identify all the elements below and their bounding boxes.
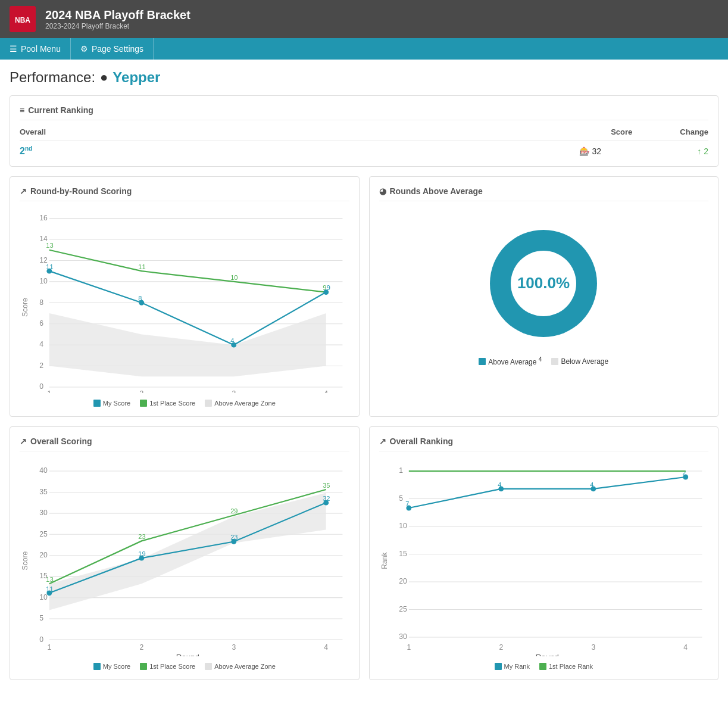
- above-avg-dot: [205, 400, 212, 407]
- overall-scoring-title: ↗ Overall Scoring: [20, 437, 349, 451]
- svg-text:1: 1: [47, 643, 51, 651]
- above-avg-label: Above Average 4: [488, 356, 542, 366]
- overall-ranking-svg: 1 5 10 15 20 25 30 Rank: [379, 459, 709, 656]
- svg-text:30: 30: [399, 633, 407, 641]
- svg-text:2: 2: [139, 643, 143, 651]
- my-rank-dot: [495, 663, 502, 670]
- bottom-charts-row: ↗ Overall Scoring 40 35 30 25 20 15 10 5…: [10, 426, 718, 680]
- ranking-table: Overall Score Change 2nd 🎰 32 ↑ 2: [20, 127, 708, 157]
- donut-legend: Above Average 4 Below Average: [479, 356, 608, 366]
- main-content: Performance: ● Yepper ≡ Current Ranking …: [0, 60, 728, 717]
- overall-ranking-chart: 1 5 10 15 20 25 30 Rank: [379, 459, 709, 658]
- change-arrow-icon: ↑: [697, 146, 701, 156]
- svg-text:2: 2: [499, 643, 503, 651]
- user-icon: ●: [100, 70, 108, 85]
- page-title: Performance: ● Yepper: [10, 69, 718, 86]
- legend-my-score-2: My Score: [93, 663, 130, 670]
- first-place-dot: [140, 400, 147, 407]
- svg-text:Round: Round: [535, 653, 558, 656]
- page-settings-button[interactable]: ⚙ Page Settings: [71, 38, 154, 60]
- svg-text:9: 9: [327, 285, 330, 292]
- legend-above-avg: Above Average Zone: [205, 400, 276, 407]
- username: Yepper: [113, 69, 160, 86]
- svg-text:3: 3: [232, 390, 236, 393]
- svg-text:29: 29: [230, 507, 238, 515]
- above-avg-dot-2: [205, 663, 212, 670]
- svg-text:4: 4: [498, 481, 501, 488]
- round-scoring-chart: 16 14 12 10 8 6 4 2 0 Score: [20, 208, 349, 395]
- overall-scoring-legend: My Score 1st Place Score Above Average Z…: [20, 663, 349, 670]
- svg-text:11: 11: [138, 263, 145, 270]
- ranking-row: 2nd 🎰 32 ↑ 2: [20, 145, 708, 157]
- svg-text:8: 8: [39, 298, 43, 307]
- svg-marker-23: [49, 313, 326, 376]
- svg-text:23: 23: [138, 533, 145, 540]
- my-score-dot: [93, 400, 101, 407]
- svg-text:20: 20: [399, 578, 407, 586]
- svg-text:25: 25: [399, 605, 407, 613]
- legend-my-rank: My Rank: [495, 663, 530, 670]
- app-subtitle: 2023-2024 Playoff Bracket: [45, 22, 190, 30]
- donut-container: 100.0% Above Average 4 Below Average: [379, 208, 709, 376]
- performance-label: Performance:: [10, 69, 95, 86]
- col-change: Change: [680, 127, 708, 136]
- ranking-icon: ≡: [20, 105, 24, 115]
- svg-text:Round: Round: [176, 653, 199, 656]
- svg-text:1: 1: [47, 390, 51, 393]
- overall-scoring-svg: 40 35 30 25 20 15 10 5 0 Score: [20, 459, 349, 656]
- svg-text:0: 0: [39, 635, 43, 644]
- svg-text:4: 4: [590, 481, 593, 488]
- legend-first-place-2: 1st Place Score: [140, 663, 195, 670]
- chart-icon: ↗: [20, 186, 27, 196]
- svg-text:4: 4: [39, 341, 43, 349]
- svg-text:Score: Score: [21, 298, 29, 317]
- svg-text:20: 20: [39, 551, 48, 559]
- svg-text:3: 3: [591, 643, 595, 651]
- page-settings-label: Page Settings: [92, 44, 143, 54]
- overall-scoring-card: ↗ Overall Scoring 40 35 30 25 20 15 10 5…: [10, 426, 360, 680]
- svg-text:6: 6: [39, 319, 43, 328]
- legend-first-place: 1st Place Score: [140, 400, 195, 407]
- current-ranking-card: ≡ Current Ranking Overall Score Change 2…: [10, 95, 718, 167]
- top-charts-row: ↗ Round-by-Round Scoring 16 14 12 10 8 6…: [10, 176, 718, 417]
- svg-text:19: 19: [138, 550, 145, 557]
- change-value: ↑ 2: [649, 146, 708, 156]
- svg-text:1: 1: [399, 467, 403, 475]
- svg-text:11: 11: [46, 263, 53, 270]
- svg-text:4: 4: [324, 390, 328, 393]
- svg-text:35: 35: [39, 488, 48, 496]
- donut-svg: 100.0%: [478, 218, 609, 349]
- svg-text:35: 35: [323, 482, 330, 489]
- app-title: 2024 NBA Playoff Bracket: [45, 8, 190, 22]
- overall-ranking-card: ↗ Overall Ranking 1 5 10 15 20 25 30 Ran…: [369, 426, 719, 680]
- svg-text:3: 3: [232, 643, 236, 651]
- svg-text:NBA: NBA: [15, 16, 30, 24]
- svg-text:10: 10: [39, 278, 48, 286]
- svg-text:30: 30: [39, 509, 48, 517]
- round-scoring-legend: My Score 1st Place Score Above Average Z…: [20, 400, 349, 407]
- svg-text:40: 40: [39, 467, 48, 475]
- gear-icon: ⚙: [80, 44, 88, 54]
- svg-text:23: 23: [230, 534, 238, 541]
- round-scoring-svg: 16 14 12 10 8 6 4 2 0 Score: [20, 208, 349, 393]
- legend-above-average: Above Average 4: [479, 356, 542, 366]
- svg-text:25: 25: [39, 530, 48, 538]
- overall-scoring-icon: ↗: [20, 437, 27, 446]
- svg-text:11: 11: [46, 585, 53, 593]
- legend-my-score: My Score: [93, 400, 130, 407]
- current-ranking-title: ≡ Current Ranking: [20, 105, 708, 120]
- pool-menu-button[interactable]: ☰ Pool Menu: [0, 38, 71, 60]
- app-header: NBA 2024 NBA Playoff Bracket 2023-2024 P…: [0, 0, 728, 38]
- ranking-chart-icon: ↗: [379, 437, 386, 446]
- svg-text:13: 13: [46, 576, 53, 583]
- donut-center-value: 100.0%: [517, 274, 570, 292]
- svg-text:4: 4: [230, 337, 234, 344]
- first-place-rank-dot: [539, 663, 546, 670]
- svg-marker-62: [49, 493, 326, 610]
- round-scoring-title: ↗ Round-by-Round Scoring: [20, 186, 349, 201]
- first-place-dot-2: [140, 663, 147, 670]
- svg-text:2: 2: [682, 469, 686, 476]
- svg-text:Rank: Rank: [380, 552, 389, 569]
- svg-text:5: 5: [39, 615, 43, 623]
- header-text: 2024 NBA Playoff Bracket 2023-2024 Playo…: [45, 8, 190, 30]
